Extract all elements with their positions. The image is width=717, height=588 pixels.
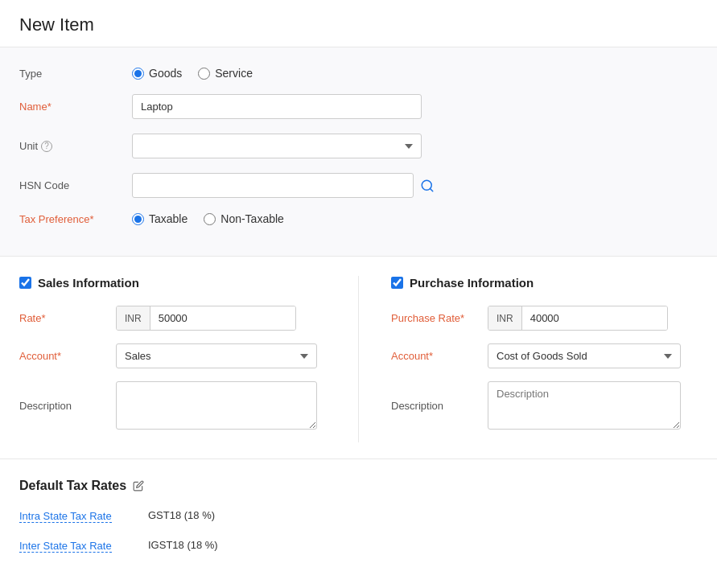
tax-section-title: Default Tax Rates — [19, 479, 126, 493]
unit-label: Unit ? — [19, 140, 132, 152]
purchase-account-label: Account* — [391, 350, 488, 362]
search-icon — [420, 179, 435, 193]
purchase-currency-badge: INR — [488, 306, 522, 330]
hsn-input[interactable] — [132, 173, 414, 198]
tax-pref-radio-group: Taxable Non-Taxable — [132, 212, 284, 225]
sales-description-textarea[interactable] — [116, 381, 317, 430]
purchase-section-title: Purchase Information — [410, 276, 534, 290]
taxable-radio[interactable] — [132, 213, 144, 225]
type-radio-group: Goods Service — [132, 67, 253, 80]
page-title: New Item — [19, 14, 698, 35]
two-col-layout: Sales Information Rate* INR Account* Sal… — [19, 276, 698, 442]
sales-rate-wrapper: INR — [116, 306, 296, 331]
sales-account-row: Account* Sales Revenue Other Income — [19, 343, 326, 368]
type-service-radio[interactable] — [198, 68, 210, 80]
inter-state-tax-label[interactable]: Inter State Tax Rate — [19, 540, 112, 553]
purchase-column: Purchase Information Purchase Rate* INR … — [359, 276, 698, 442]
type-goods-radio[interactable] — [132, 68, 144, 80]
page-header: New Item — [0, 0, 717, 47]
hsn-wrapper — [132, 173, 435, 198]
sales-section-header: Sales Information — [19, 276, 326, 290]
purchase-section-header: Purchase Information — [391, 276, 698, 290]
sales-rate-label: Rate* — [19, 312, 116, 324]
sales-account-label: Account* — [19, 350, 116, 362]
purchase-checkbox[interactable] — [391, 277, 403, 289]
unit-select[interactable]: Pcs Kg — [132, 134, 422, 158]
type-goods-option[interactable]: Goods — [132, 67, 182, 80]
sales-currency-badge: INR — [117, 306, 150, 330]
nontaxable-radio[interactable] — [204, 213, 216, 225]
inter-state-tax-value: IGST18 (18 %) — [148, 539, 218, 551]
tax-section-header: Default Tax Rates — [19, 479, 698, 493]
taxable-option[interactable]: Taxable — [132, 212, 187, 225]
purchase-account-select[interactable]: Cost of Goods Sold Purchase Other Expens… — [488, 343, 681, 368]
sales-description-row: Description — [19, 381, 326, 430]
taxable-label: Taxable — [149, 212, 187, 225]
type-goods-label: Goods — [149, 67, 182, 80]
inter-state-tax-row: Inter State Tax Rate IGST18 (18 %) — [19, 539, 698, 553]
intra-state-tax-label[interactable]: Intra State Tax Rate — [19, 510, 112, 523]
name-row: Name* — [19, 94, 698, 119]
edit-icon — [133, 480, 144, 491]
purchase-description-row: Description — [391, 381, 698, 430]
sales-column: Sales Information Rate* INR Account* Sal… — [19, 276, 359, 442]
intra-state-tax-row: Intra State Tax Rate GST18 (18 %) — [19, 509, 698, 523]
intra-state-tax-value: GST18 (18 %) — [148, 509, 215, 521]
unit-row: Unit ? Pcs Kg — [19, 134, 698, 158]
purchase-rate-label: Purchase Rate* — [391, 312, 488, 324]
nontaxable-option[interactable]: Non-Taxable — [204, 212, 284, 225]
tax-edit-button[interactable] — [133, 480, 144, 491]
sales-account-select[interactable]: Sales Revenue Other Income — [116, 343, 317, 368]
hsn-search-button[interactable] — [420, 179, 435, 193]
basic-info-section: Type Goods Service Name* Unit ? Pcs Kg — [0, 47, 717, 257]
type-service-label: Service — [215, 67, 253, 80]
hsn-label: HSN Code — [19, 179, 132, 191]
hsn-row: HSN Code — [19, 173, 698, 198]
purchase-rate-input[interactable] — [522, 306, 667, 330]
purchase-description-label: Description — [391, 400, 488, 412]
name-input[interactable] — [132, 94, 422, 119]
type-row: Type Goods Service — [19, 67, 698, 80]
tax-section: Default Tax Rates Intra State Tax Rate G… — [0, 458, 717, 585]
inter-state-tax-label-col: Inter State Tax Rate — [19, 539, 148, 553]
tax-pref-label: Tax Preference* — [19, 213, 132, 225]
sales-checkbox[interactable] — [19, 277, 31, 289]
sales-description-label: Description — [19, 400, 116, 412]
sales-rate-input[interactable] — [150, 306, 295, 330]
purchase-account-row: Account* Cost of Goods Sold Purchase Oth… — [391, 343, 698, 368]
purchase-rate-row: Purchase Rate* INR — [391, 306, 698, 331]
svg-line-1 — [430, 188, 432, 191]
purchase-description-textarea[interactable] — [488, 381, 681, 430]
unit-help-icon[interactable]: ? — [41, 141, 52, 152]
name-label: Name* — [19, 101, 132, 113]
tax-pref-row: Tax Preference* Taxable Non-Taxable — [19, 212, 698, 225]
type-label: Type — [19, 68, 132, 80]
sales-section-title: Sales Information — [38, 276, 139, 290]
type-service-option[interactable]: Service — [198, 67, 253, 80]
sales-rate-row: Rate* INR — [19, 306, 326, 331]
sales-purchase-section: Sales Information Rate* INR Account* Sal… — [0, 257, 717, 458]
nontaxable-label: Non-Taxable — [220, 212, 284, 225]
intra-state-tax-label-col: Intra State Tax Rate — [19, 509, 148, 523]
purchase-rate-wrapper: INR — [488, 306, 668, 331]
